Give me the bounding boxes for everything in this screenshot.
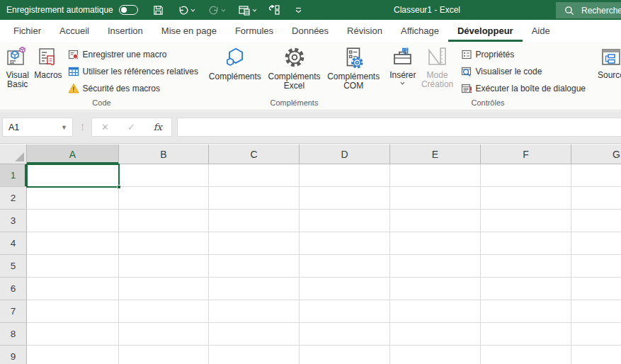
cell-A8[interactable] — [27, 323, 119, 346]
cell-G8[interactable] — [571, 323, 621, 346]
cell-A5[interactable] — [27, 255, 119, 278]
run-dialog-button[interactable]: Exécuter la boîte de dialogue — [461, 81, 586, 96]
column-header-F[interactable]: F — [481, 144, 571, 164]
column-header-A[interactable]: A — [27, 144, 119, 164]
cell-E8[interactable] — [390, 323, 481, 346]
cell-F4[interactable] — [481, 232, 571, 255]
cell-B4[interactable] — [119, 232, 209, 255]
properties-button[interactable]: Propriétés — [461, 47, 586, 62]
cell-F9[interactable] — [481, 346, 571, 364]
cell-E5[interactable] — [390, 255, 481, 278]
cell-F1[interactable] — [481, 164, 571, 187]
tab-insertion[interactable]: Insertion — [98, 20, 152, 42]
row-header-6[interactable]: 6 — [0, 278, 27, 300]
tab-revision[interactable]: Révision — [338, 20, 392, 42]
cell-D5[interactable] — [300, 255, 390, 278]
cell-F7[interactable] — [481, 300, 571, 323]
cell-C6[interactable] — [209, 278, 300, 300]
cell-E2[interactable] — [390, 187, 481, 210]
cell-D7[interactable] — [300, 300, 390, 323]
cell-D3[interactable] — [300, 210, 390, 232]
cell-A9[interactable] — [27, 346, 119, 364]
row-header-4[interactable]: 4 — [0, 232, 27, 255]
cell-F5[interactable] — [481, 255, 571, 278]
row-header-3[interactable]: 3 — [0, 210, 27, 232]
cell-F2[interactable] — [481, 187, 571, 210]
tab-mise-en-page[interactable]: Mise en page — [152, 20, 226, 42]
column-header-C[interactable]: C — [209, 144, 300, 164]
column-header-B[interactable]: B — [119, 144, 209, 164]
cell-C8[interactable] — [209, 323, 300, 346]
tab-affichage[interactable]: Affichage — [392, 20, 448, 42]
cell-G4[interactable] — [571, 232, 621, 255]
cell-C5[interactable] — [209, 255, 300, 278]
cell-F6[interactable] — [481, 278, 571, 300]
cell-B5[interactable] — [119, 255, 209, 278]
cell-C7[interactable] — [209, 300, 300, 323]
cell-A7[interactable] — [27, 300, 119, 323]
tab-fichier[interactable]: Fichier — [4, 20, 50, 42]
cell-A4[interactable] — [27, 232, 119, 255]
cell-D9[interactable] — [300, 346, 390, 364]
row-header-1[interactable]: 1 — [0, 164, 27, 187]
source-button[interactable]: Source — [593, 43, 621, 80]
tab-developpeur[interactable]: Développeur — [448, 20, 523, 42]
visual-basic-button[interactable]: Visual Basic — [2, 43, 33, 89]
macros-button[interactable]: Macros — [33, 43, 63, 80]
row-header-5[interactable]: 5 — [0, 255, 27, 278]
cell-A2[interactable] — [27, 187, 119, 210]
column-header-E[interactable]: E — [390, 144, 481, 164]
cell-D4[interactable] — [300, 232, 390, 255]
cell-E9[interactable] — [390, 346, 481, 364]
cell-E1[interactable] — [390, 164, 481, 187]
cell-G1[interactable] — [571, 164, 621, 187]
com-addins-button[interactable]: Compléments COM — [324, 43, 383, 91]
cell-E7[interactable] — [390, 300, 481, 323]
tab-donnees[interactable]: Données — [283, 20, 338, 42]
cell-B9[interactable] — [119, 346, 209, 364]
cell-B7[interactable] — [119, 300, 209, 323]
row-header-7[interactable]: 7 — [0, 300, 27, 323]
cell-B1[interactable] — [119, 164, 209, 187]
cell-E6[interactable] — [390, 278, 481, 300]
cell-D1[interactable] — [300, 164, 390, 187]
addins-button[interactable]: Compléments — [205, 43, 265, 81]
row-header-9[interactable]: 9 — [0, 346, 27, 364]
cell-A3[interactable] — [27, 210, 119, 232]
undo-button[interactable] — [174, 0, 199, 20]
cell-A1[interactable] — [27, 164, 119, 187]
qat-custom-button-1[interactable] — [235, 0, 261, 20]
qat-custom-button-2[interactable] — [265, 0, 283, 20]
cell-B2[interactable] — [119, 187, 209, 210]
cell-C3[interactable] — [209, 210, 300, 232]
cell-G6[interactable] — [571, 278, 621, 300]
cell-A6[interactable] — [27, 278, 119, 300]
macro-security-button[interactable]: Sécurité des macros — [68, 81, 198, 96]
cell-G2[interactable] — [571, 187, 621, 210]
cell-D6[interactable] — [300, 278, 390, 300]
cell-D8[interactable] — [300, 323, 390, 346]
autosave-toggle[interactable] — [119, 5, 138, 15]
record-macro-button[interactable]: Enregistrer une macro — [68, 47, 198, 62]
cell-G3[interactable] — [571, 210, 621, 232]
cell-E4[interactable] — [390, 232, 481, 255]
cell-B6[interactable] — [119, 278, 209, 300]
cell-E3[interactable] — [390, 210, 481, 232]
qat-dropdown-button[interactable] — [292, 0, 305, 20]
tab-formules[interactable]: Formules — [226, 20, 283, 42]
cell-F3[interactable] — [481, 210, 571, 232]
column-header-D[interactable]: D — [300, 144, 390, 164]
cell-G7[interactable] — [571, 300, 621, 323]
cell-D2[interactable] — [300, 187, 390, 210]
name-box[interactable]: A1 ▼ — [2, 118, 73, 137]
formula-input[interactable] — [177, 118, 621, 137]
cell-B3[interactable] — [119, 210, 209, 232]
row-header-8[interactable]: 8 — [0, 323, 27, 346]
tab-aide[interactable]: Aide — [523, 20, 559, 42]
view-code-button[interactable]: Visualiser le code — [461, 64, 586, 79]
cell-C1[interactable] — [209, 164, 300, 187]
save-button[interactable] — [149, 0, 167, 20]
tab-accueil[interactable]: Accueil — [50, 20, 98, 42]
formula-bar-drag-handle[interactable]: ⁞ — [73, 122, 91, 132]
cell-G9[interactable] — [571, 346, 621, 364]
